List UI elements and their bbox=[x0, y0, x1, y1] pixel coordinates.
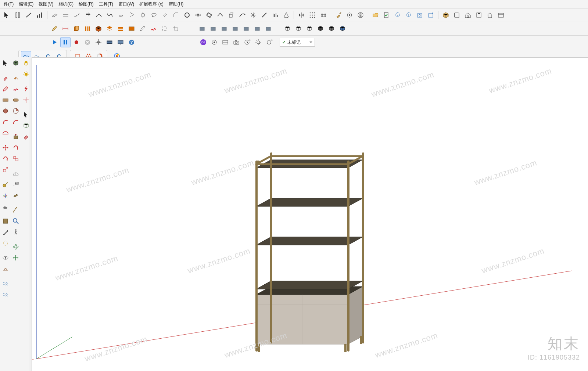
gear-button[interactable] bbox=[93, 37, 104, 47]
eraser[interactable] bbox=[0, 73, 11, 83]
book-tool[interactable] bbox=[452, 10, 462, 20]
chamfer-tool[interactable] bbox=[171, 10, 181, 20]
tape[interactable] bbox=[0, 179, 11, 190]
arc-r[interactable] bbox=[0, 117, 11, 127]
spring-tool[interactable] bbox=[72, 10, 82, 20]
rot[interactable] bbox=[0, 154, 11, 164]
gearR[interactable] bbox=[21, 95, 31, 105]
layers-tool[interactable] bbox=[104, 24, 115, 34]
corkscrew-tool[interactable] bbox=[127, 10, 137, 20]
home-outline-tool[interactable] bbox=[485, 10, 495, 20]
target-tool[interactable] bbox=[344, 10, 355, 20]
cloud-up-tool[interactable] bbox=[392, 10, 403, 20]
paint[interactable] bbox=[11, 73, 21, 83]
box-tool[interactable] bbox=[93, 24, 104, 34]
monitor-button[interactable] bbox=[115, 37, 126, 47]
tile-a-tool[interactable] bbox=[197, 24, 207, 34]
tag-dropdown[interactable]: ✓未标记 bbox=[280, 38, 315, 47]
wave-tool[interactable] bbox=[105, 10, 115, 20]
plane-tool[interactable] bbox=[50, 10, 60, 20]
stack-tool[interactable] bbox=[115, 24, 126, 34]
eye[interactable] bbox=[0, 253, 11, 263]
menu-view[interactable]: 视图(V) bbox=[36, 0, 55, 8]
sweep-tool[interactable] bbox=[237, 10, 247, 20]
shell-tool[interactable] bbox=[204, 10, 214, 20]
target-2-button[interactable] bbox=[209, 37, 219, 47]
cube-shade-b[interactable] bbox=[326, 24, 337, 34]
stop-x-button[interactable] bbox=[82, 37, 93, 47]
cube-out-c[interactable] bbox=[304, 24, 315, 34]
bullseye-tool[interactable] bbox=[355, 10, 366, 20]
scale[interactable] bbox=[0, 165, 11, 175]
disc[interactable] bbox=[0, 106, 11, 116]
gear-outline-button[interactable] bbox=[253, 37, 263, 47]
cube-out-a[interactable] bbox=[282, 24, 293, 34]
tile-d-tool[interactable] bbox=[230, 24, 240, 34]
pan[interactable] bbox=[11, 253, 21, 263]
loop-tool[interactable] bbox=[138, 10, 148, 20]
film-button[interactable] bbox=[104, 37, 115, 47]
panel-tool[interactable] bbox=[126, 24, 137, 34]
sheets-tool[interactable] bbox=[71, 24, 82, 34]
extrude-tool[interactable] bbox=[226, 10, 236, 20]
sunY[interactable] bbox=[21, 69, 31, 79]
move[interactable] bbox=[0, 143, 11, 153]
menu-window[interactable]: 窗口(W) bbox=[116, 0, 136, 8]
squig[interactable] bbox=[11, 84, 21, 94]
menu-camera[interactable]: 相机(C) bbox=[56, 0, 76, 8]
menu-draw[interactable]: 绘图(R) bbox=[76, 0, 96, 8]
books-tool[interactable] bbox=[82, 24, 93, 34]
cone-tool[interactable] bbox=[281, 10, 291, 20]
d5-button[interactable]: D5 bbox=[198, 37, 208, 47]
menu-tools[interactable]: 工具(T) bbox=[97, 0, 115, 8]
bolt[interactable] bbox=[21, 84, 31, 94]
circsel[interactable] bbox=[0, 238, 11, 248]
cubewire[interactable] bbox=[21, 120, 31, 131]
record-button[interactable] bbox=[71, 37, 82, 47]
rot2[interactable] bbox=[11, 143, 21, 153]
radial-tool[interactable] bbox=[248, 10, 258, 20]
rslab[interactable] bbox=[11, 95, 21, 105]
cursor2[interactable] bbox=[21, 109, 31, 120]
rect-select-tool[interactable] bbox=[159, 24, 170, 34]
home-tool[interactable] bbox=[463, 10, 473, 20]
protr[interactable] bbox=[11, 168, 21, 179]
line-tool[interactable] bbox=[24, 10, 34, 20]
red-pencil[interactable] bbox=[0, 84, 11, 94]
slash-tool[interactable] bbox=[259, 10, 269, 20]
bow[interactable] bbox=[0, 264, 11, 274]
slab[interactable] bbox=[0, 95, 11, 105]
save-tool[interactable] bbox=[474, 10, 484, 20]
snake-tool[interactable] bbox=[148, 24, 159, 34]
label[interactable]: A1 bbox=[11, 179, 21, 190]
tile-g-tool[interactable] bbox=[263, 24, 273, 34]
bevel-tool[interactable] bbox=[160, 10, 170, 20]
pencil-tool[interactable] bbox=[49, 24, 60, 34]
camera-button[interactable] bbox=[231, 37, 241, 47]
axis[interactable] bbox=[0, 190, 11, 201]
viewport-3d[interactable]: www.znzmo.comwww.znzmo.comwww.znzmo.comw… bbox=[32, 57, 588, 371]
scale2[interactable] bbox=[11, 154, 21, 164]
column-tool[interactable] bbox=[12, 10, 23, 20]
comb-tool[interactable] bbox=[270, 10, 280, 20]
frame-button[interactable] bbox=[220, 37, 230, 47]
eraser2[interactable] bbox=[21, 132, 31, 142]
wavegrid2[interactable] bbox=[0, 289, 11, 300]
panel[interactable] bbox=[0, 216, 11, 226]
help-button[interactable]: ? bbox=[126, 37, 137, 47]
cursor[interactable] bbox=[0, 58, 11, 68]
wavegrid[interactable] bbox=[0, 278, 11, 289]
window-tool[interactable] bbox=[496, 10, 506, 20]
pause-button[interactable] bbox=[60, 37, 71, 47]
cube-g[interactable] bbox=[11, 58, 21, 68]
check-page-tool[interactable] bbox=[381, 10, 392, 20]
box-sync-tool[interactable] bbox=[415, 10, 425, 20]
clock-plus-button[interactable] bbox=[242, 37, 252, 47]
select-tool[interactable] bbox=[1, 10, 12, 20]
cube-out-b[interactable] bbox=[293, 24, 304, 34]
foot[interactable] bbox=[0, 201, 11, 212]
menu-help[interactable]: 帮助(H) bbox=[166, 0, 186, 8]
refresh-box-tool[interactable] bbox=[426, 10, 436, 20]
edit-pencil-tool[interactable] bbox=[137, 24, 148, 34]
fence-tool[interactable] bbox=[318, 10, 329, 20]
